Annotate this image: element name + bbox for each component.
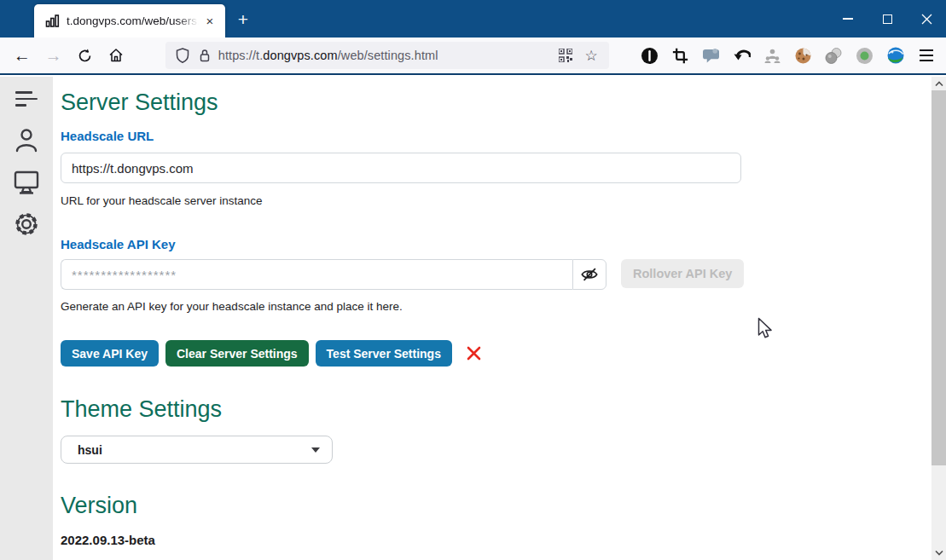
- page-scrollbar[interactable]: [931, 77, 946, 560]
- cookie-icon: [794, 47, 812, 65]
- sidebar-item-users[interactable]: [13, 127, 40, 154]
- tab-title: t.dongvps.com/web/users.htm: [67, 14, 201, 27]
- theme-selected-value: hsui: [78, 443, 311, 457]
- url-text[interactable]: https://t.dongvps.com/web/settings.html: [218, 49, 549, 62]
- home-icon: [108, 48, 124, 63]
- chevron-down-icon: [311, 447, 320, 453]
- cookie-extension[interactable]: [793, 46, 813, 66]
- api-key-help: Generate an API key for your headscale i…: [61, 300, 931, 314]
- privacy-circle-icon: [641, 47, 659, 65]
- address-bar[interactable]: https://t.dongvps.com/web/settings.html …: [165, 42, 609, 69]
- privacy-circle-extension[interactable]: [640, 46, 659, 66]
- version-value: 2022.09.13-beta: [61, 533, 931, 548]
- nav-menu-icon: [15, 91, 38, 107]
- app-sidebar: [0, 77, 53, 560]
- back-button[interactable]: ←: [10, 43, 34, 67]
- window-controls: [828, 0, 946, 38]
- theme-select[interactable]: hsui: [61, 436, 333, 464]
- headscale-url-help: URL for your headscale server instance: [61, 194, 931, 208]
- tab-close-icon[interactable]: ×: [201, 13, 218, 30]
- test-server-settings-button[interactable]: Test Server Settings: [316, 340, 452, 367]
- minimize-button[interactable]: [828, 0, 868, 38]
- download-manager-extension[interactable]: [885, 46, 905, 66]
- bookmark-star-icon: ☆: [584, 47, 597, 65]
- chat-extension[interactable]: [701, 46, 721, 66]
- server-actions-row: Save API Key Clear Server Settings Test …: [61, 340, 931, 367]
- spheres-extension[interactable]: [824, 46, 844, 66]
- window-titlebar: t.dongvps.com/web/users.htm × +: [0, 0, 946, 38]
- users-icon: [14, 127, 39, 154]
- lock-icon[interactable]: [196, 47, 213, 64]
- minimize-icon: [843, 18, 853, 20]
- spheres-icon: [825, 47, 843, 65]
- forward-button[interactable]: →: [42, 43, 66, 67]
- qr-code-icon: [559, 49, 572, 62]
- scroll-up-button[interactable]: [931, 77, 946, 90]
- crop-icon: [672, 48, 688, 64]
- theme-settings-title: Theme Settings: [61, 395, 931, 424]
- machines-icon: [13, 170, 40, 195]
- app-menu-button[interactable]: [916, 46, 936, 66]
- sidebar-item-menu[interactable]: [13, 85, 40, 113]
- api-key-row: Rollover API Key: [61, 259, 931, 290]
- download-globe-icon: [886, 46, 905, 65]
- version-title: Version: [61, 491, 931, 520]
- save-api-key-button[interactable]: Save API Key: [61, 340, 159, 367]
- settings-gear-icon: [13, 211, 40, 238]
- undo-extension[interactable]: [732, 46, 752, 66]
- undo-arrow-icon: [734, 48, 751, 63]
- app-menu-icon: [920, 49, 933, 61]
- qr-code-button[interactable]: [556, 46, 575, 65]
- group-extension[interactable]: [763, 46, 782, 66]
- new-tab-button[interactable]: +: [232, 9, 254, 31]
- sidebar-item-machines[interactable]: [13, 169, 40, 196]
- url-domain: dongvps.com: [263, 49, 337, 62]
- settings-page: Server Settings Headscale URL URL for yo…: [53, 77, 931, 560]
- headscale-url-label: Headscale URL: [61, 128, 931, 145]
- extension-icons-area: [640, 46, 936, 66]
- api-key-label: Headscale API Key: [61, 236, 931, 253]
- eye-slash-icon: [580, 265, 599, 284]
- maximize-icon: [883, 14, 892, 24]
- api-key-input[interactable]: [61, 259, 572, 290]
- url-scheme: https://t.: [218, 49, 264, 62]
- maximize-button[interactable]: [868, 0, 907, 38]
- rollover-api-key-button[interactable]: Rollover API Key: [621, 259, 744, 288]
- browser-tab[interactable]: t.dongvps.com/web/users.htm ×: [34, 4, 225, 38]
- url-path: /web/settings.html: [338, 49, 438, 62]
- browser-toolbar: ← → https://t.dongvps.com/web/settings.h…: [0, 38, 946, 75]
- server-settings-title: Server Settings: [61, 88, 931, 117]
- page-content: Server Settings Headscale URL URL for yo…: [0, 77, 946, 560]
- site-favicon-icon: [45, 14, 60, 28]
- sidebar-item-settings[interactable]: [13, 211, 40, 238]
- toggle-visibility-button[interactable]: [572, 259, 606, 290]
- group-icon: [764, 48, 781, 64]
- chevron-up-icon: [935, 81, 943, 86]
- close-button[interactable]: [907, 0, 946, 38]
- crop-extension[interactable]: [670, 46, 690, 66]
- reload-button[interactable]: [73, 43, 96, 67]
- scroll-down-button[interactable]: [931, 546, 946, 560]
- clear-server-settings-button[interactable]: Clear Server Settings: [165, 340, 309, 367]
- error-x-icon: [467, 346, 481, 361]
- api-key-input-group: [61, 259, 606, 290]
- chevron-down-icon: [935, 551, 943, 556]
- record-extension[interactable]: [855, 46, 874, 66]
- close-icon: [921, 14, 932, 25]
- chat-bubble-icon: [702, 48, 720, 64]
- record-icon: [856, 47, 873, 65]
- scrollbar-thumb[interactable]: [931, 90, 946, 465]
- headscale-url-input[interactable]: [61, 153, 741, 183]
- shield-icon[interactable]: [174, 47, 191, 64]
- bookmark-star-button[interactable]: ☆: [582, 46, 601, 65]
- home-button[interactable]: [104, 43, 128, 67]
- reload-icon: [78, 49, 92, 63]
